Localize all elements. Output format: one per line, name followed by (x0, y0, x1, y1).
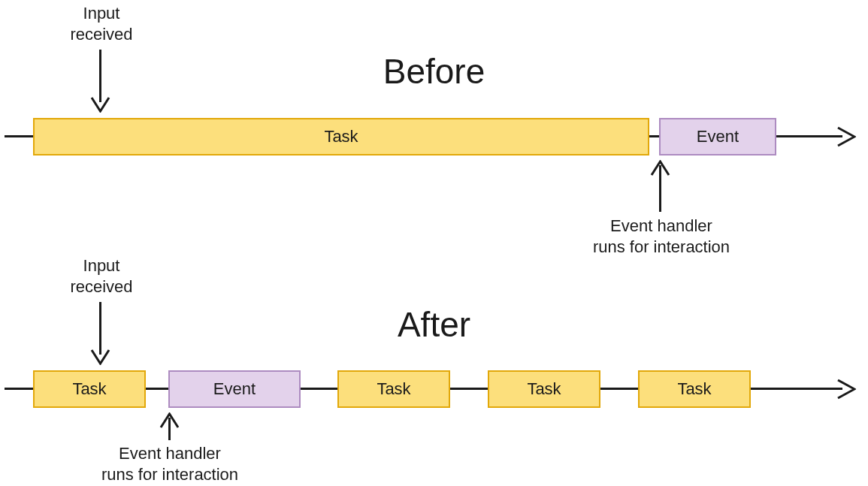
before-input-arrow-shaft (99, 50, 101, 102)
arrow-right-icon (836, 379, 856, 400)
after-input-arrow-shaft (99, 302, 101, 355)
before-title: Before (0, 51, 868, 92)
before-task-label: Task (324, 127, 358, 146)
after-task4-label: Task (677, 379, 711, 399)
before-input-label: Input received (38, 3, 165, 44)
after-task2-label: Task (377, 379, 410, 399)
before-event-label: Event (697, 127, 739, 146)
before-task-block: Task (33, 118, 649, 155)
before-handler-label: Event handler runs for interaction (579, 216, 744, 257)
after-handler-label: Event handler runs for interaction (87, 443, 253, 484)
before-event-block: Event (659, 118, 776, 155)
after-task3-label: Task (527, 379, 561, 399)
after-event-label: Event (213, 379, 256, 399)
after-task3-block: Task (488, 370, 600, 408)
after-event-block: Event (168, 370, 301, 408)
after-handler-arrow-shaft (168, 418, 171, 440)
after-task1-label: Task (72, 379, 106, 399)
after-task2-block: Task (337, 370, 450, 408)
after-task4-block: Task (638, 370, 751, 408)
arrow-right-icon (836, 126, 856, 147)
diagram-canvas: Before Input received Task Event Event h… (0, 0, 868, 486)
arrow-down-icon (90, 349, 110, 365)
after-input-label: Input received (38, 255, 165, 297)
after-title: After (0, 304, 868, 345)
after-task1-block: Task (33, 370, 146, 408)
arrow-down-icon (90, 96, 110, 113)
before-handler-arrow-shaft (659, 165, 661, 212)
